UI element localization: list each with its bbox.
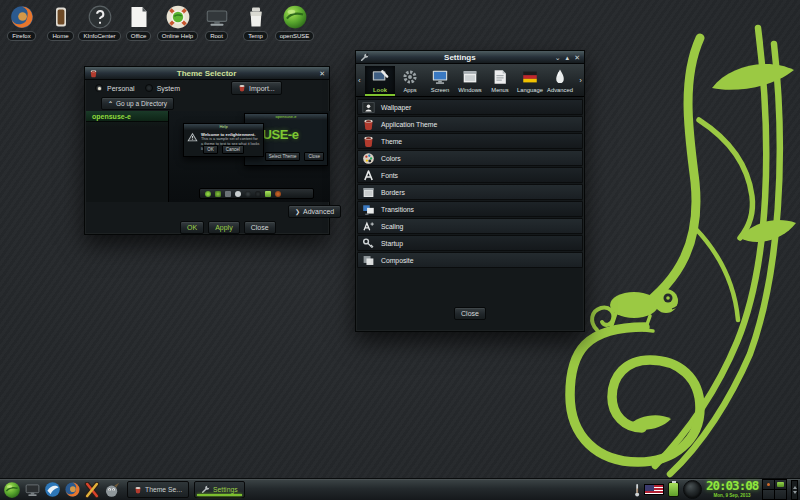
go-up-directory-button[interactable]: ⌃ Go up a Directory — [101, 97, 174, 110]
tray-expander[interactable] — [791, 480, 798, 500]
desktop-icon-label: openSUSE — [275, 31, 315, 41]
tab-windows[interactable]: Windows — [455, 66, 485, 96]
scroll-left-icon[interactable]: ‹ — [358, 76, 361, 85]
clock[interactable]: 20:03:08 Mon, 9 Sep, 2013 — [706, 480, 758, 498]
pager-cell[interactable] — [763, 490, 774, 499]
settings-close-button[interactable]: Close — [454, 307, 486, 320]
desktop-icon-kinfocenter[interactable]: KInfoCenter — [80, 3, 119, 41]
tab-language[interactable]: Language — [515, 66, 545, 96]
advanced-label: Advanced — [303, 208, 334, 215]
kinfocenter-icon — [86, 3, 113, 30]
preview-dialog: Help Welcome to enlightenment. This is a… — [183, 123, 264, 157]
ok-button[interactable]: OK — [180, 221, 204, 234]
settings-window: Settings ⌄ ▴ ✕ ‹ Look Apps — [355, 50, 585, 332]
wallpaper-icon — [362, 101, 375, 114]
settings-item-startup[interactable]: Startup — [357, 235, 583, 251]
advanced-droplet-icon — [551, 68, 569, 86]
pager-cell[interactable] — [775, 490, 786, 499]
theme-selector-window: Theme Selector ✕ Personal System Import.… — [84, 66, 330, 235]
go-up-label: Go up a Directory — [116, 100, 167, 107]
task-theme-selector[interactable]: Theme Se... — [127, 481, 189, 498]
volume-knob-icon[interactable] — [683, 480, 702, 499]
settings-item-composite[interactable]: Composite — [357, 252, 583, 268]
close-icon[interactable]: ✕ — [574, 54, 580, 61]
settings-item-label: Composite — [381, 257, 414, 264]
shelf-icon — [235, 191, 241, 197]
arrow-up-icon — [793, 486, 797, 489]
desktop-icon-office[interactable]: Office — [119, 3, 158, 41]
computer-launcher-icon[interactable] — [23, 481, 41, 499]
clock-date: Mon, 9 Sep, 2013 — [706, 494, 758, 499]
desktop-icon-firefox[interactable]: Firefox — [2, 3, 41, 41]
desktop-icon-opensuse[interactable]: openSUSE — [275, 3, 314, 41]
tab-label: Advanced — [547, 87, 573, 93]
desktop-icon-label: Office — [126, 31, 152, 41]
home-icon — [47, 3, 74, 30]
theme-list-item[interactable]: opensuse-e — [86, 111, 168, 122]
layers-icon — [362, 254, 375, 267]
tab-menus[interactable]: Menus — [485, 66, 515, 96]
theme-source-radios: Personal System — [95, 84, 180, 92]
preview-ok-button[interactable]: OK — [203, 145, 218, 154]
desktop-icon-root[interactable]: Root — [197, 3, 236, 41]
x-window-launcher-icon[interactable] — [83, 481, 101, 499]
desktop: Firefox Home KInfoCenter Office Online H… — [0, 0, 800, 500]
settings-item-application-theme[interactable]: Application Theme — [357, 116, 583, 132]
gimp-launcher-icon[interactable] — [103, 481, 121, 499]
key-icon — [362, 237, 375, 250]
select-theme-button[interactable]: Select Theme — [265, 152, 301, 161]
task-label: Settings — [213, 486, 238, 493]
import-button[interactable]: Import... — [231, 81, 282, 95]
scaling-icon — [362, 220, 375, 233]
shade-icon[interactable]: ⌄ — [555, 54, 561, 61]
desktop-icon-label: Firefox — [7, 31, 35, 41]
root-icon — [203, 3, 230, 30]
radio-personal[interactable] — [95, 84, 103, 92]
settings-item-transitions[interactable]: Transitions — [357, 201, 583, 217]
firefox-launcher-icon[interactable] — [63, 481, 81, 499]
settings-item-fonts[interactable]: Fonts — [357, 167, 583, 183]
tab-screen[interactable]: Screen — [425, 66, 455, 96]
radio-system[interactable] — [145, 84, 153, 92]
preview-close-button[interactable]: Close — [304, 152, 324, 161]
pager-cell[interactable] — [775, 480, 786, 489]
desktop-icons: Firefox Home KInfoCenter Office Online H… — [2, 3, 314, 41]
desktop-icon-temp[interactable]: Temp — [236, 3, 275, 41]
tab-look[interactable]: Look — [365, 66, 395, 96]
close-button[interactable]: Close — [244, 221, 276, 234]
scroll-right-icon[interactable]: › — [579, 76, 582, 85]
settings-item-wallpaper[interactable]: Wallpaper — [357, 99, 583, 115]
settings-item-theme[interactable]: Theme — [357, 133, 583, 149]
theme-selector-titlebar[interactable]: Theme Selector ✕ — [85, 67, 329, 80]
desktop-icon-online-help[interactable]: Online Help — [158, 3, 197, 41]
desktop-icon-label: Home — [47, 31, 73, 41]
desktop-pager[interactable] — [762, 479, 787, 500]
task-settings[interactable]: Settings — [194, 481, 245, 498]
settings-item-label: Borders — [381, 189, 405, 196]
preview-window-title: opensuse-e — [245, 114, 327, 120]
battery-icon[interactable] — [668, 482, 679, 497]
settings-item-label: Fonts — [381, 172, 398, 179]
desktop-icon-label: Root — [205, 31, 228, 41]
desktop-icon-home[interactable]: Home — [41, 3, 80, 41]
apply-button[interactable]: Apply — [208, 221, 240, 234]
tab-label: Menus — [491, 87, 508, 93]
settings-titlebar[interactable]: Settings ⌄ ▴ ✕ — [356, 51, 584, 64]
start-menu-button[interactable] — [3, 481, 21, 499]
shelf-icon — [255, 191, 261, 197]
settings-item-borders[interactable]: Borders — [357, 184, 583, 200]
shelf-icon — [245, 191, 251, 197]
tab-apps[interactable]: Apps — [395, 66, 425, 96]
preview-cancel-button[interactable]: Cancel — [222, 145, 244, 154]
advanced-button[interactable]: ❯ Advanced — [288, 205, 341, 218]
settings-item-colors[interactable]: Colors — [357, 150, 583, 166]
keyboard-layout-flag-icon[interactable] — [644, 484, 664, 495]
close-icon[interactable]: ✕ — [319, 70, 325, 77]
mail-launcher-icon[interactable] — [43, 481, 61, 499]
theme-selector-actions: OK Apply Close — [180, 221, 276, 234]
settings-item-scaling[interactable]: Scaling — [357, 218, 583, 234]
maximize-icon[interactable]: ▴ — [566, 54, 570, 61]
tab-advanced[interactable]: Advanced — [545, 66, 575, 96]
desktop-icon-label: KInfoCenter — [78, 31, 120, 41]
pager-cell[interactable] — [763, 480, 774, 489]
